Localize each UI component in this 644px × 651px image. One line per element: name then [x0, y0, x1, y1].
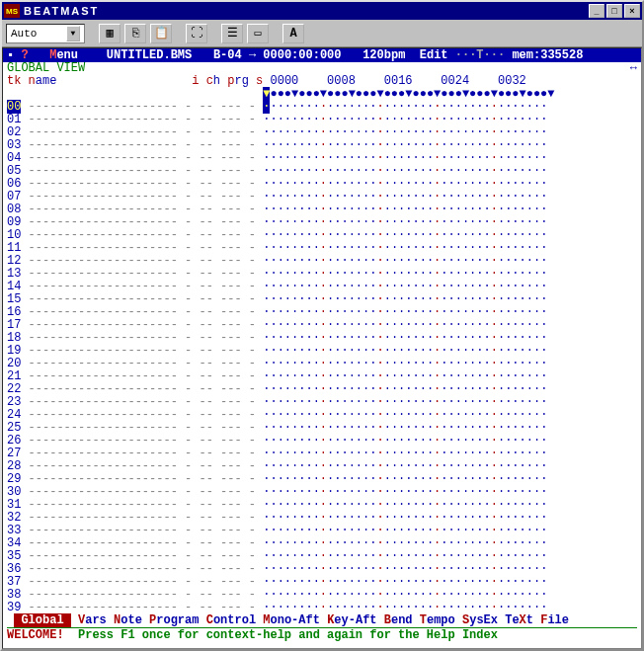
font-icon[interactable]: A [282, 24, 304, 43]
track-row[interactable]: 03 --------------------- - -- --- - ····… [7, 138, 547, 152]
track-row[interactable]: 21 --------------------- - -- --- - ····… [7, 369, 547, 383]
view-tabs[interactable]: Global Vars Note Program Control Mono-Af… [3, 613, 641, 627]
track-row[interactable]: 38 --------------------- - -- --- - ····… [7, 588, 547, 602]
track-row[interactable]: 06 --------------------- - -- --- - ····… [7, 177, 547, 191]
track-row[interactable]: 35 --------------------- - -- --- - ····… [7, 549, 547, 563]
scroll-right-icon[interactable]: ↔ [630, 62, 637, 75]
track-row[interactable]: 10 --------------------- - -- --- - ····… [7, 228, 547, 242]
tab-item[interactable]: TeXt [505, 613, 533, 627]
tab-item[interactable]: File [540, 613, 569, 627]
app-menubar[interactable]: ▪ ? Menu UNTITLED.BMS B-04 → 0000:00:000… [3, 48, 641, 62]
tab-item[interactable]: Note [114, 613, 142, 627]
track-row[interactable]: 29 --------------------- - -- --- - ····… [7, 472, 547, 486]
track-row[interactable]: 02 --------------------- - -- --- - ····… [7, 125, 547, 139]
combo-value: Auto [11, 28, 37, 40]
track-row[interactable]: 15 --------------------- - -- --- - ····… [7, 292, 547, 306]
track-row[interactable]: 22 --------------------- - -- --- - ····… [7, 382, 547, 396]
track-row[interactable]: 11 --------------------- - -- --- - ····… [7, 241, 547, 255]
fullscreen-icon[interactable]: ⛶ [186, 24, 207, 43]
filename-label: UNTITLED.BMS [107, 48, 192, 62]
track-row[interactable]: 33 --------------------- - -- --- - ····… [7, 524, 547, 537]
bar-label: B-04 [213, 48, 242, 62]
track-row[interactable]: 23 --------------------- - -- --- - ····… [7, 395, 547, 409]
track-row[interactable]: 17 --------------------- - -- --- - ····… [7, 318, 547, 332]
properties-icon[interactable]: ☰ [221, 24, 243, 43]
app-window: MS BEATMAST _ □ × Auto ▼ ▦ ⎘ 📋 ⛶ ☰ ▭ A ▪… [0, 0, 644, 651]
menu-item[interactable]: enu [56, 48, 78, 62]
track-row[interactable]: 37 --------------------- - -- --- - ····… [7, 575, 547, 589]
tab-item[interactable]: SysEx [462, 613, 498, 627]
tab-item[interactable]: Program [149, 613, 199, 627]
track-row[interactable]: 01 --------------------- - -- --- - ····… [7, 113, 547, 126]
tempo-label: 120bpm [362, 48, 405, 62]
app-icon: MS [4, 4, 20, 18]
track-row[interactable]: 30 --------------------- - -- --- - ····… [7, 485, 547, 499]
track-row[interactable]: 00 --------------------- - -- --- - ····… [7, 100, 547, 114]
track-row[interactable]: 28 --------------------- - -- --- - ····… [7, 459, 547, 473]
track-row[interactable]: 32 --------------------- - -- --- - ····… [7, 511, 547, 525]
toolbar-btn-1[interactable]: ▦ [99, 24, 121, 43]
copy-icon[interactable]: ⎘ [124, 24, 146, 43]
tab-global[interactable]: Global [14, 613, 71, 627]
track-row[interactable]: 19 --------------------- - -- --- - ····… [7, 344, 547, 358]
arrow-icon: → [249, 48, 256, 62]
mem-label: mem:335528 [512, 48, 583, 62]
mode-combo[interactable]: Auto ▼ [6, 24, 85, 43]
track-row[interactable]: 39 --------------------- - -- --- - ····… [7, 601, 547, 613]
combo-arrow-icon[interactable]: ▼ [66, 26, 80, 41]
track-row[interactable]: 24 --------------------- - -- --- - ····… [7, 408, 547, 422]
content-area: ▪ ? Menu UNTITLED.BMS B-04 → 0000:00:000… [2, 47, 642, 649]
track-row[interactable]: 26 --------------------- - -- --- - ····… [7, 434, 547, 448]
workspace[interactable]: GLOBAL VIEW↔ tk name i ch prg s 0000 000… [3, 62, 641, 613]
timeline-ruler[interactable]: ▼●●●▼●●●▼●●●▼●●●▼●●●▼●●●▼●●●▼●●●▼●●●▼●●●… [7, 87, 555, 101]
window-title: BEATMAST [24, 5, 589, 17]
track-row[interactable]: 13 --------------------- - -- --- - ····… [7, 267, 547, 281]
tab-item[interactable]: Mono-Aft [263, 613, 320, 627]
close-box[interactable]: ▪ [7, 48, 21, 62]
status-bar: WELCOME! Press F1 once for context-help … [3, 628, 641, 642]
maximize-button[interactable]: □ [606, 4, 622, 18]
track-row[interactable]: 20 --------------------- - -- --- - ····… [7, 357, 547, 370]
track-row[interactable]: 34 --------------------- - -- --- - ····… [7, 536, 547, 550]
tab-item[interactable]: Control [206, 613, 256, 627]
track-row[interactable]: 18 --------------------- - -- --- - ····… [7, 331, 547, 345]
help-menu[interactable]: ? [21, 48, 28, 62]
paste-icon[interactable]: 📋 [150, 24, 172, 43]
tab-item[interactable]: Tempo [420, 613, 455, 627]
track-row[interactable]: 16 --------------------- - -- --- - ····… [7, 305, 547, 319]
minimize-button[interactable]: _ [589, 4, 604, 18]
track-row[interactable]: 27 --------------------- - -- --- - ····… [7, 447, 547, 460]
track-row[interactable]: 04 --------------------- - -- --- - ····… [7, 151, 547, 165]
track-indicator: ···T··· [455, 48, 505, 62]
tab-item[interactable]: Vars [78, 613, 107, 627]
track-row[interactable]: 08 --------------------- - -- --- - ····… [7, 203, 547, 216]
close-button[interactable]: × [624, 4, 640, 18]
track-list[interactable]: 00 --------------------- - -- --- - ····… [7, 101, 637, 613]
column-headers: tk name i ch prg s 0000 0008 0016 0024 0… [7, 74, 526, 88]
track-row[interactable]: 36 --------------------- - -- --- - ····… [7, 562, 547, 576]
track-row[interactable]: 14 --------------------- - -- --- - ····… [7, 280, 547, 293]
track-row[interactable]: 07 --------------------- - -- --- - ····… [7, 190, 547, 203]
track-row[interactable]: 31 --------------------- - -- --- - ····… [7, 498, 547, 512]
track-row[interactable]: 09 --------------------- - -- --- - ····… [7, 215, 547, 229]
titlebar[interactable]: MS BEATMAST _ □ × [2, 2, 642, 20]
background-icon[interactable]: ▭ [247, 24, 269, 43]
menu-item-m: M [49, 48, 56, 62]
toolbar: Auto ▼ ▦ ⎘ 📋 ⛶ ☰ ▭ A [2, 20, 642, 47]
time-label: 0000:00:000 [263, 48, 341, 62]
edit-label[interactable]: Edit [420, 48, 448, 62]
tab-item[interactable]: Key-Aft [327, 613, 376, 627]
track-row[interactable]: 05 --------------------- - -- --- - ····… [7, 164, 547, 178]
tab-item[interactable]: Bend [384, 613, 413, 627]
track-row[interactable]: 12 --------------------- - -- --- - ····… [7, 254, 547, 268]
track-row[interactable]: 25 --------------------- - -- --- - ····… [7, 421, 547, 435]
